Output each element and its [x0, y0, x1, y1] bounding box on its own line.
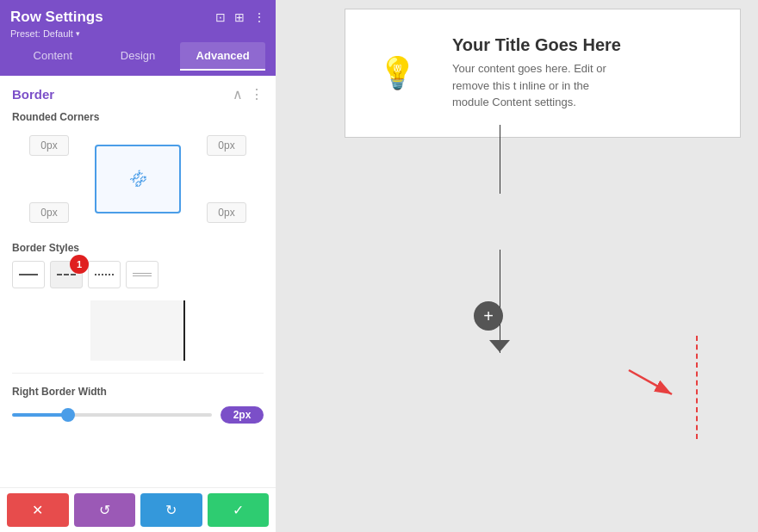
content-icon-area: 💡: [363, 55, 432, 91]
preset-selector[interactable]: Preset: Default ▾: [10, 28, 265, 39]
border-style-dotted[interactable]: [88, 261, 121, 288]
corner-tl-input[interactable]: [29, 135, 69, 156]
collapse-icon[interactable]: ∧: [233, 86, 243, 102]
red-arrow-annotation: [620, 362, 689, 408]
add-icon: +: [483, 306, 494, 326]
header-icons: ⊡ ⊞ ⋮: [215, 10, 265, 24]
cancel-icon: ✕: [32, 502, 43, 518]
svg-line-0: [629, 370, 672, 394]
panel-header: Row Settings ⊡ ⊞ ⋮ Preset: Default ▾ Con…: [0, 0, 276, 76]
right-canvas: 💡 Your Title Goes Here Your content goes…: [276, 0, 758, 532]
border-styles-label: Border Styles: [12, 242, 264, 254]
save-icon: ✓: [233, 502, 244, 518]
slider-thumb[interactable]: [61, 408, 75, 422]
more-icon[interactable]: ⋮: [253, 10, 265, 24]
corner-bl-input[interactable]: [29, 202, 69, 223]
link-icon[interactable]: ⛓: [126, 167, 150, 191]
bulb-icon: 💡: [378, 55, 417, 91]
tab-design[interactable]: Design: [96, 42, 181, 71]
border-style-solid[interactable]: [12, 261, 45, 288]
reset-icon: ↺: [99, 502, 110, 518]
redo-icon: ↻: [165, 502, 177, 518]
badge-1: 1: [70, 255, 89, 274]
content-title: Your Title Goes Here: [452, 35, 624, 55]
corners-container: ⛓: [12, 132, 264, 226]
corner-box: ⛓: [95, 145, 181, 213]
slider-track[interactable]: [12, 413, 212, 417]
left-panel: Row Settings ⊡ ⊞ ⋮ Preset: Default ▾ Con…: [0, 0, 276, 532]
reset-button[interactable]: ↺: [74, 493, 136, 527]
canvas-content: 💡 Your Title Goes Here Your content goes…: [276, 0, 758, 532]
border-styles-row: 1: [12, 261, 264, 288]
section-controls: ∧ ⋮: [233, 86, 264, 102]
border-preview: [90, 300, 185, 361]
columns-icon[interactable]: ⊞: [234, 10, 245, 24]
add-section-button[interactable]: +: [474, 301, 503, 331]
redo-button[interactable]: ↻: [140, 493, 202, 527]
dashed-right-border: [695, 336, 698, 439]
fullscreen-icon[interactable]: ⊡: [215, 10, 226, 24]
right-border-width-label: Right Border Width: [12, 386, 264, 398]
rounded-corners-label: Rounded Corners: [12, 111, 264, 123]
corner-br-input[interactable]: [207, 202, 246, 223]
section-menu-icon[interactable]: ⋮: [250, 86, 264, 102]
panel-title: Row Settings: [10, 9, 103, 26]
content-block: 💡 Your Title Goes Here Your content goes…: [345, 9, 741, 138]
slider-row: 2px: [12, 406, 264, 424]
content-body: Your content goes here. Edit or remove t…: [452, 60, 624, 111]
panel-body: Border ∧ ⋮ Rounded Corners ⛓ Border Styl…: [0, 76, 276, 487]
slider-value[interactable]: 2px: [221, 406, 264, 424]
corner-tr-input[interactable]: [207, 135, 246, 156]
arrow-down-icon: [489, 340, 510, 352]
bottom-bar: ✕ ↺ ↻ ✓: [0, 487, 276, 532]
divider: [12, 373, 264, 374]
preset-arrow-icon: ▾: [76, 29, 80, 38]
save-button[interactable]: ✓: [208, 493, 270, 527]
tabs: Content Design Advanced: [10, 42, 265, 71]
border-style-double[interactable]: [126, 261, 158, 288]
tab-advanced[interactable]: Advanced: [180, 42, 265, 71]
border-title: Border: [12, 87, 54, 102]
tab-content[interactable]: Content: [10, 42, 96, 71]
content-text-area: Your Title Goes Here Your content goes h…: [452, 35, 624, 111]
v-line-center: [500, 250, 500, 353]
v-line-top: [500, 125, 500, 194]
border-section-header: Border ∧ ⋮: [12, 86, 264, 102]
border-style-dashed[interactable]: 1: [50, 261, 83, 288]
cancel-button[interactable]: ✕: [7, 493, 69, 527]
